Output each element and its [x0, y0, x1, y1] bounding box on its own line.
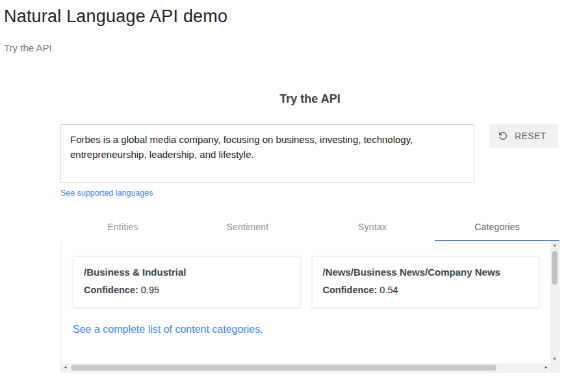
tab-sentiment[interactable]: Sentiment [185, 214, 310, 241]
result-tabs: Entities Sentiment Syntax Categories [60, 214, 560, 241]
supported-languages-link[interactable]: See supported languages [60, 189, 153, 198]
tab-entities[interactable]: Entities [60, 214, 185, 241]
page-subtitle: Try the API [4, 42, 579, 53]
page-title: Natural Language API demo [4, 7, 579, 27]
scroll-left-icon[interactable]: ◄ [61, 363, 70, 372]
try-api-section: Try the API Forbes is a global media com… [60, 92, 560, 372]
category-name: /News/Business News/Company News [323, 267, 529, 278]
text-input[interactable]: Forbes is a global media company, focusi… [60, 124, 474, 183]
categories-results: /Business & Industrial Confidence: 0.95 … [61, 241, 559, 335]
input-row: Forbes is a global media company, focusi… [60, 124, 560, 183]
section-heading: Try the API [60, 92, 560, 106]
confidence-value: 0.54 [380, 285, 398, 295]
confidence-row: Confidence: 0.54 [323, 285, 529, 295]
category-name: /Business & Industrial [84, 267, 290, 278]
page-header: Natural Language API demo Try the API [0, 0, 579, 53]
reset-icon [497, 130, 509, 142]
reset-button-label: RESET [515, 131, 547, 141]
category-card: /Business & Industrial Confidence: 0.95 [73, 256, 301, 307]
confidence-value: 0.95 [141, 285, 159, 295]
scrollbar-corner [550, 363, 559, 372]
vertical-scrollbar[interactable]: ▲ ▼ [550, 241, 559, 363]
confidence-label: Confidence: [323, 285, 378, 295]
category-cards: /Business & Industrial Confidence: 0.95 … [73, 256, 539, 307]
vertical-scrollbar-thumb[interactable] [552, 251, 558, 285]
scroll-right-icon[interactable]: ► [542, 363, 550, 372]
tab-categories[interactable]: Categories [435, 214, 560, 241]
horizontal-scrollbar-thumb[interactable] [71, 365, 496, 371]
reset-button[interactable]: RESET [489, 124, 558, 148]
category-card: /News/Business News/Company News Confide… [312, 256, 540, 307]
tab-syntax[interactable]: Syntax [310, 214, 435, 241]
confidence-row: Confidence: 0.95 [84, 285, 290, 295]
scroll-down-icon[interactable]: ▼ [550, 355, 559, 363]
content-categories-link[interactable]: See a complete list of content categorie… [73, 324, 263, 335]
horizontal-scrollbar[interactable]: ◄ ► [61, 363, 550, 372]
confidence-label: Confidence: [84, 285, 138, 295]
categories-panel: /Business & Industrial Confidence: 0.95 … [60, 241, 560, 372]
scroll-up-icon[interactable]: ▲ [550, 241, 559, 250]
